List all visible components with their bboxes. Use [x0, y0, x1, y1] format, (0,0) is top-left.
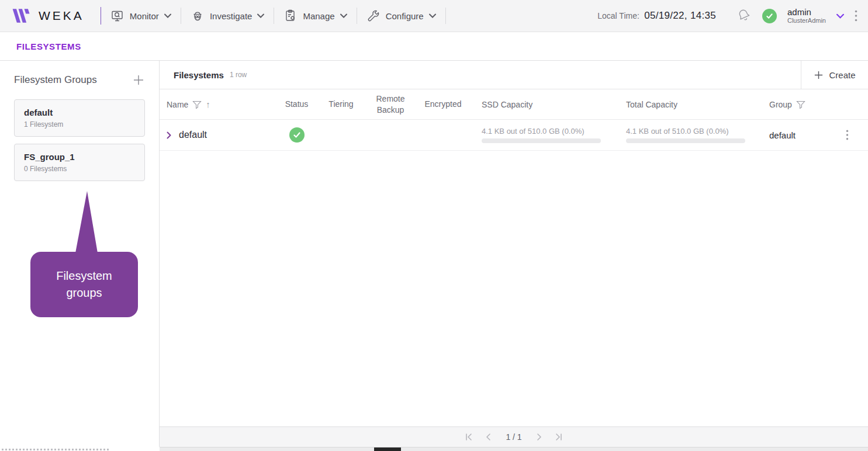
nav-item-investigate[interactable]: Investigate [189, 9, 266, 23]
filesystem-row-default[interactable]: default 4.1 KB out of 510.0 GB (0.0%) 4.… [160, 120, 868, 151]
ssd-capacity-cell: 4.1 KB out of 510.0 GB (0.0%) [469, 127, 624, 143]
user-role: ClusterAdmin [787, 17, 826, 25]
panel-title: Filesystems [174, 70, 224, 80]
add-group-button[interactable] [132, 74, 145, 86]
investigate-icon [191, 9, 205, 23]
expand-row-chevron-icon[interactable] [167, 131, 171, 139]
nav-label: Configure [386, 11, 424, 21]
local-time-label: Local Time: [597, 11, 639, 20]
brand-name: WEKA [39, 9, 84, 23]
column-header-group[interactable]: Group [769, 100, 792, 109]
bottom-strip-left [0, 447, 160, 451]
empty-table-area [160, 151, 868, 426]
group-cell: default [767, 130, 826, 140]
top-navbar: WEKA Monitor Investigate [0, 0, 868, 32]
create-button-label: Create [829, 70, 855, 80]
sidebar-header: Filesystem Groups [0, 61, 159, 92]
cluster-health-badge[interactable] [762, 9, 777, 23]
plus-icon [814, 70, 824, 80]
bottom-edge-strip [0, 447, 868, 451]
nav-label: Investigate [210, 11, 253, 21]
nav-label: Manage [303, 11, 334, 21]
callout-text: Filesystem groups [43, 268, 125, 301]
user-name: admin [787, 7, 826, 17]
group-card-fs-group-1[interactable]: FS_group_1 0 Filesystems [14, 144, 145, 181]
nav-item-configure[interactable]: Configure [365, 9, 437, 23]
column-header-name[interactable]: Name [167, 100, 188, 109]
overflow-menu-icon[interactable] [855, 10, 857, 22]
sidebar-title: Filesystem Groups [14, 74, 97, 86]
nav-item-manage[interactable]: Manage [282, 9, 348, 23]
ssd-capacity-text: 4.1 KB out of 510.0 GB (0.0%) [482, 127, 624, 136]
table-header: Name ↑ Status Tiering Remote Backup Encr… [160, 89, 868, 120]
local-time: Local Time: 05/19/22, 14:35 [597, 10, 716, 22]
check-icon [293, 131, 301, 139]
divider [181, 8, 181, 24]
group-subtitle: 1 Filesystem [24, 120, 135, 129]
sort-ascending-icon[interactable]: ↑ [206, 99, 210, 109]
chevron-down-icon [164, 13, 171, 18]
filesystem-groups-sidebar: Filesystem Groups default 1 Filesystem F… [0, 61, 160, 447]
chevron-down-icon [429, 13, 436, 18]
group-name: default [24, 107, 135, 117]
filesystem-groups-callout: Filesystem groups [30, 252, 138, 317]
manage-icon [283, 9, 298, 23]
divider [101, 7, 101, 25]
content-area: Filesystem Groups default 1 Filesystem F… [0, 61, 868, 447]
nav-label: Monitor [130, 11, 159, 21]
total-capacity-cell: 4.1 KB out of 510.0 GB (0.0%) [624, 127, 767, 143]
filesystem-name: default [179, 130, 207, 140]
filesystems-panel: Filesystems 1 row Create Name ↑ Status T… [160, 61, 868, 447]
page-title: FILESYSTEMS [16, 41, 81, 51]
check-icon [766, 12, 773, 20]
chevron-down-icon [340, 13, 347, 18]
ssd-capacity-bar [482, 138, 601, 143]
monitor-icon [110, 9, 125, 23]
row-count: 1 row [230, 71, 247, 79]
next-page-button[interactable] [535, 433, 543, 441]
column-header-total-capacity[interactable]: Total Capacity [624, 100, 767, 109]
user-menu[interactable]: admin ClusterAdmin [787, 7, 826, 25]
previous-page-button[interactable] [485, 433, 493, 441]
column-header-status[interactable]: Status [275, 99, 318, 109]
weka-logo-icon [11, 8, 33, 24]
column-header-tiering[interactable]: Tiering [318, 99, 364, 109]
page-title-bar: FILESYSTEMS [0, 32, 868, 61]
weka-logo[interactable]: WEKA [11, 8, 84, 24]
chevron-down-icon[interactable] [836, 13, 844, 19]
pagination-bar: 1 / 1 [160, 426, 868, 447]
status-ok-badge [289, 127, 305, 143]
divider [445, 8, 446, 24]
last-page-button[interactable] [555, 433, 563, 441]
first-page-button[interactable] [465, 433, 473, 441]
divider [357, 8, 357, 24]
filter-icon[interactable] [796, 100, 805, 109]
column-header-ssd-capacity[interactable]: SSD Capacity [469, 100, 624, 109]
local-time-value: 05/19/22, 14:35 [644, 10, 716, 21]
row-actions-menu-icon[interactable] [846, 130, 849, 140]
column-header-encrypted[interactable]: Encrypted [417, 99, 469, 109]
group-subtitle: 0 Filesystems [24, 165, 135, 173]
panel-header: Filesystems 1 row Create [160, 61, 868, 89]
cutoff-artifact [2, 449, 110, 450]
page-indicator: 1 / 1 [506, 432, 521, 442]
configure-icon [366, 9, 381, 23]
total-capacity-text: 4.1 KB out of 510.0 GB (0.0%) [626, 127, 767, 136]
bottom-scrollbar-thumb[interactable] [374, 447, 401, 451]
create-filesystem-button[interactable]: Create [801, 61, 868, 89]
column-header-remote-backup[interactable]: Remote Backup [364, 93, 417, 115]
notifications-bell-icon[interactable] [736, 7, 752, 25]
group-card-default[interactable]: default 1 Filesystem [14, 99, 145, 137]
filter-icon[interactable] [192, 100, 202, 109]
divider [274, 8, 274, 24]
total-capacity-bar [626, 138, 745, 143]
topbar-right: Local Time: 05/19/22, 14:35 admin Cluste… [597, 7, 857, 25]
bottom-scrollbar-track[interactable] [160, 447, 868, 451]
plus-icon [132, 74, 145, 86]
callout-pointer [68, 190, 105, 256]
app-window: WEKA Monitor Investigate [0, 0, 868, 451]
group-name: FS_group_1 [24, 152, 135, 162]
chevron-down-icon [257, 13, 264, 18]
nav-item-monitor[interactable]: Monitor [109, 9, 172, 23]
